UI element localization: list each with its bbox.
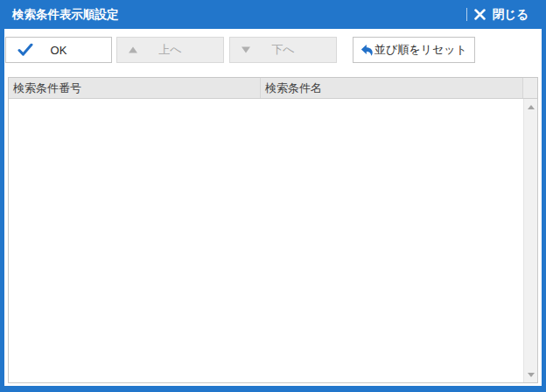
column-header-name: 検索条件名 — [261, 78, 522, 98]
table-body — [9, 99, 522, 382]
search-condition-order-dialog: 検索条件表示順設定 閉じる OK 上へ 下へ — [0, 0, 546, 392]
table-header: 検索条件番号 検索条件名 — [9, 78, 537, 99]
move-down-button[interactable]: 下へ — [229, 37, 337, 63]
close-button-label: 閉じる — [493, 7, 528, 23]
ok-button-label: OK — [51, 44, 67, 57]
search-condition-table: 検索条件番号 検索条件名 — [8, 77, 538, 383]
reset-order-button[interactable]: 並び順をリセット — [353, 37, 475, 63]
vertical-scrollbar[interactable] — [523, 99, 537, 382]
reset-order-button-label: 並び順をリセット — [374, 42, 467, 58]
move-down-button-label: 下へ — [271, 42, 294, 58]
scroll-up-button[interactable] — [524, 100, 537, 114]
undo-arrow-icon — [360, 44, 374, 57]
triangle-up-icon — [129, 47, 137, 53]
column-header-number: 検索条件番号 — [9, 78, 261, 98]
header-scrollbar-spacer — [522, 78, 537, 98]
ok-button[interactable]: OK — [5, 37, 112, 63]
move-up-button-label: 上へ — [158, 42, 181, 58]
move-up-button[interactable]: 上へ — [116, 37, 224, 63]
close-icon — [474, 9, 486, 20]
titlebar-divider — [466, 8, 467, 21]
close-button[interactable]: 閉じる — [466, 0, 546, 29]
checkmark-icon — [18, 44, 33, 57]
triangle-down-icon — [242, 47, 250, 53]
dialog-titlebar: 検索条件表示順設定 閉じる — [0, 0, 546, 29]
scroll-up-arrow-icon — [528, 105, 535, 109]
dialog-title: 検索条件表示順設定 — [12, 0, 119, 29]
scroll-down-button[interactable] — [524, 368, 537, 382]
scroll-down-arrow-icon — [528, 373, 535, 377]
